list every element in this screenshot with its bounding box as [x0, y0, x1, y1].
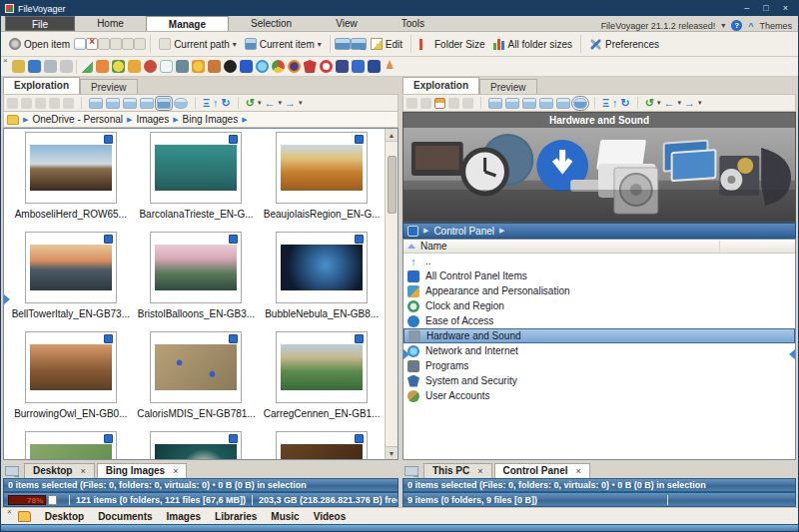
properties-icon[interactable]	[110, 38, 122, 50]
list-item[interactable]: Programs	[403, 358, 795, 373]
view-list-icon[interactable]	[123, 98, 137, 109]
collapse-all-icon[interactable]: Ξ	[203, 98, 210, 109]
cut-icon[interactable]	[406, 98, 417, 109]
back-icon[interactable]: ←	[265, 98, 276, 109]
list-item[interactable]: All Control Panel Items	[403, 268, 795, 283]
view-list-icon[interactable]	[522, 98, 536, 109]
view-cloud-icon[interactable]	[573, 98, 587, 109]
new-tab-icon[interactable]	[404, 466, 418, 476]
player-icon[interactable]	[336, 60, 349, 73]
close-item-icon[interactable]	[122, 38, 134, 50]
file-item[interactable]: AmboseliHerd_ROW65...	[8, 132, 134, 232]
view-thumbnails-icon[interactable]	[556, 98, 570, 109]
back-caret-icon[interactable]: ▾	[678, 99, 682, 107]
tab-close-icon[interactable]: ×	[80, 466, 85, 476]
file-item[interactable]	[259, 431, 385, 459]
convert-image-icon[interactable]	[351, 38, 367, 50]
opera-icon[interactable]	[320, 60, 333, 73]
file-item[interactable]: BubbleNebula_EN-GB8...	[259, 232, 385, 331]
list-item[interactable]: Network and Internet	[403, 343, 795, 358]
maximize-icon[interactable]: □	[763, 1, 768, 16]
fav-link-desktop[interactable]: Desktop	[45, 511, 84, 522]
current-item-button[interactable]: Current item ▾	[241, 36, 326, 52]
breadcrumb-control-panel[interactable]: Control Panel	[433, 226, 494, 237]
minimize-icon[interactable]: –	[744, 1, 749, 16]
view-tiles-icon[interactable]	[505, 98, 519, 109]
quickbar-close-icon[interactable]: ×	[3, 57, 8, 65]
left-tab-preview[interactable]: Preview	[80, 79, 138, 94]
archive-icon[interactable]	[12, 60, 25, 73]
file-item[interactable]	[134, 431, 260, 459]
undo-icon[interactable]	[448, 98, 459, 109]
bottom-tab-bing-images[interactable]: Bing Images ×	[97, 463, 188, 478]
collapse-ribbon-icon[interactable]: ^	[748, 21, 753, 31]
folder-size-button[interactable]: Folder Size	[415, 36, 489, 52]
history-caret-icon[interactable]: ▾	[657, 99, 661, 107]
history-icon[interactable]: ↺	[645, 98, 654, 109]
forward-icon[interactable]: →	[285, 98, 296, 109]
collapse-all-icon[interactable]: Ξ	[602, 98, 609, 109]
bottom-tab-this-pc[interactable]: This PC ×	[423, 463, 492, 478]
left-tab-exploration[interactable]: Exploration	[3, 77, 80, 94]
tab-close-icon[interactable]: ×	[576, 466, 581, 476]
paste-icon[interactable]	[35, 98, 46, 109]
fav-link-libraries[interactable]: Libraries	[215, 511, 257, 522]
bottom-tab-control-panel[interactable]: Control Panel ×	[494, 463, 590, 478]
open-item-button[interactable]: Open item	[5, 36, 74, 52]
forward-caret-icon[interactable]: ▾	[698, 99, 702, 107]
edge-icon[interactable]	[256, 60, 269, 73]
list-item[interactable]: Ease of Access	[403, 313, 795, 328]
current-path-button[interactable]: Current path ▾	[155, 36, 241, 52]
breadcrumb-bing-images[interactable]: Bing Images	[183, 114, 239, 125]
copy-icon[interactable]	[21, 98, 32, 109]
fav-link-documents[interactable]: Documents	[98, 511, 152, 522]
dark-record-icon[interactable]	[224, 60, 237, 73]
breadcrumb-images[interactable]: Images	[136, 114, 169, 125]
cut-icon[interactable]	[7, 98, 18, 109]
document-user-icon[interactable]	[44, 60, 57, 73]
fav-link-videos[interactable]: Videos	[314, 511, 347, 522]
list-item[interactable]: Clock and Region	[403, 298, 795, 313]
list-header[interactable]: Name	[403, 240, 795, 254]
help-blue-icon[interactable]	[240, 60, 253, 73]
scroll-up-icon[interactable]: ▲	[386, 129, 399, 142]
new-tab-icon[interactable]	[5, 466, 19, 476]
back-icon[interactable]: ←	[664, 98, 675, 109]
delete-icon[interactable]	[462, 98, 473, 109]
paste-icon[interactable]	[434, 98, 445, 109]
tab-close-icon[interactable]: ×	[477, 466, 482, 476]
tab-file[interactable]: File	[5, 16, 75, 31]
help-icon[interactable]: ?	[731, 20, 742, 31]
new-item-icon[interactable]	[74, 38, 86, 50]
tab-view[interactable]: View	[314, 16, 380, 31]
view-image-icon[interactable]	[335, 38, 351, 50]
firefox-icon[interactable]	[288, 60, 301, 73]
tab-close-icon[interactable]: ×	[173, 466, 178, 476]
copy-icon[interactable]	[420, 98, 431, 109]
paint-icon[interactable]	[96, 60, 109, 73]
tab-home[interactable]: Home	[75, 16, 146, 31]
list-item[interactable]: Appearance and Personalisation	[403, 283, 795, 298]
scrollbar-thumb[interactable]	[388, 156, 397, 214]
collapse-pane-right-icon[interactable]	[789, 349, 795, 359]
view-thumbnails-icon[interactable]	[157, 98, 171, 109]
collapse-pane-left-icon[interactable]	[403, 349, 409, 359]
file-item[interactable]: BellTowerItaly_EN-GB73...	[8, 232, 134, 331]
file-item[interactable]: CarregCennen_EN-GB1...	[259, 331, 385, 431]
scroll-down-icon[interactable]: ▼	[386, 446, 399, 459]
view-details-icon[interactable]	[89, 98, 103, 109]
collapse-pane-left-icon[interactable]	[4, 294, 10, 304]
go-up-icon[interactable]: ↑	[612, 98, 618, 109]
list-item[interactable]: User Accounts	[403, 388, 795, 403]
history-caret-icon[interactable]: ▾	[258, 99, 262, 107]
all-folder-sizes-button[interactable]: All folder sizes	[489, 36, 576, 52]
file-item[interactable]: BeaujolaisRegion_EN-G...	[259, 132, 385, 232]
go-up-icon[interactable]: ↑	[213, 98, 219, 109]
image-icon[interactable]	[60, 60, 73, 73]
fav-link-images[interactable]: Images	[167, 511, 201, 522]
chrome-icon[interactable]	[272, 60, 285, 73]
record-icon[interactable]	[144, 60, 157, 73]
list-item[interactable]: System and Security	[403, 373, 795, 388]
preferences-button[interactable]: Preferences	[585, 36, 663, 53]
history-icon[interactable]: ↺	[246, 98, 255, 109]
